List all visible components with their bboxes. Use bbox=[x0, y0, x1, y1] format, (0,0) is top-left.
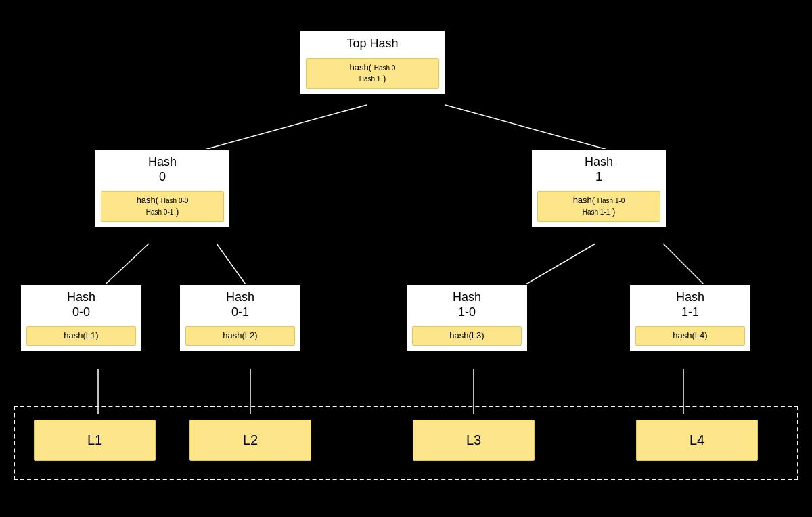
hash0-func-open: hash( bbox=[137, 195, 159, 205]
leaf-l1: L1 bbox=[34, 420, 156, 461]
hash00-title: Hash0-0 bbox=[21, 285, 141, 322]
merkle-tree-diagram: Top Hash hash( Hash 0Hash 1 ) Hash0 hash… bbox=[0, 0, 812, 517]
hash00-box: hash(L1) bbox=[26, 326, 136, 346]
svg-line-1 bbox=[445, 105, 629, 156]
hash0-node: Hash0 hash( Hash 0-0Hash 0-1 ) bbox=[95, 149, 230, 228]
hash0-title: Hash0 bbox=[95, 150, 229, 187]
hash1-func-close: ) bbox=[612, 206, 615, 217]
leaf-l2-label: L2 bbox=[243, 432, 258, 447]
top-hash-func-open: hash( bbox=[350, 62, 372, 72]
hash11-box: hash(L4) bbox=[635, 326, 745, 346]
hash1-title: Hash1 bbox=[532, 150, 666, 187]
hash1-box: hash( Hash 1-0Hash 1-1 ) bbox=[537, 191, 660, 222]
svg-line-0 bbox=[183, 105, 367, 156]
leaf-l3: L3 bbox=[413, 420, 535, 461]
leaf-l1-label: L1 bbox=[87, 432, 102, 447]
hash01-node: Hash0-1 hash(L2) bbox=[179, 284, 301, 352]
leaf-l3-label: L3 bbox=[466, 432, 481, 447]
hash1-node: Hash1 hash( Hash 1-0Hash 1-1 ) bbox=[531, 149, 667, 228]
hash10-node: Hash1-0 hash(L3) bbox=[406, 284, 528, 352]
leaf-l4: L4 bbox=[636, 420, 758, 461]
hash10-title: Hash1-0 bbox=[407, 285, 527, 322]
hash1-func-open: hash( bbox=[573, 195, 595, 205]
leaf-l2: L2 bbox=[189, 420, 311, 461]
top-hash-func-close: ) bbox=[383, 73, 386, 83]
top-hash-box: hash( Hash 0Hash 1 ) bbox=[306, 58, 439, 89]
hash11-node: Hash1-1 hash(L4) bbox=[629, 284, 751, 352]
hash01-box: hash(L2) bbox=[185, 326, 295, 346]
leaf-l4-label: L4 bbox=[690, 432, 704, 447]
hash0-box: hash( Hash 0-0Hash 0-1 ) bbox=[101, 191, 224, 222]
hash10-box: hash(L3) bbox=[412, 326, 522, 346]
hash11-title: Hash1-1 bbox=[630, 285, 750, 322]
hash0-func-close: ) bbox=[176, 206, 179, 217]
hash01-title: Hash0-1 bbox=[180, 285, 300, 322]
top-hash-node: Top Hash hash( Hash 0Hash 1 ) bbox=[300, 30, 445, 95]
top-hash-title: Top Hash bbox=[300, 31, 445, 54]
hash00-node: Hash0-0 hash(L1) bbox=[20, 284, 142, 352]
